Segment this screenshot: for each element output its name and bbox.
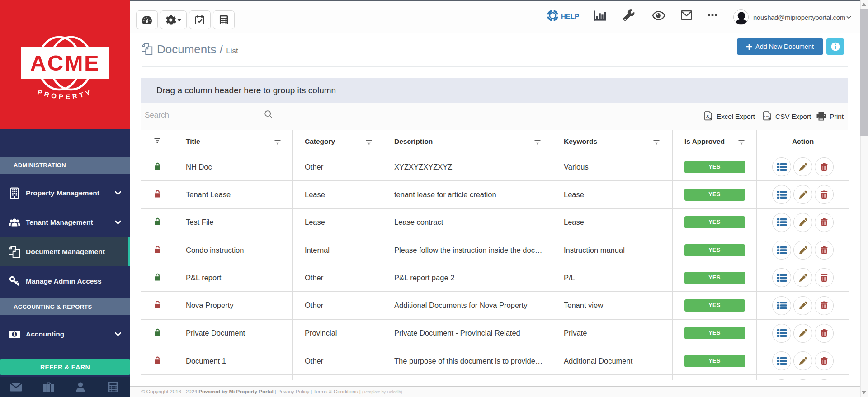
svg-text:csv: csv — [764, 115, 769, 118]
svg-text:X: X — [706, 113, 709, 118]
